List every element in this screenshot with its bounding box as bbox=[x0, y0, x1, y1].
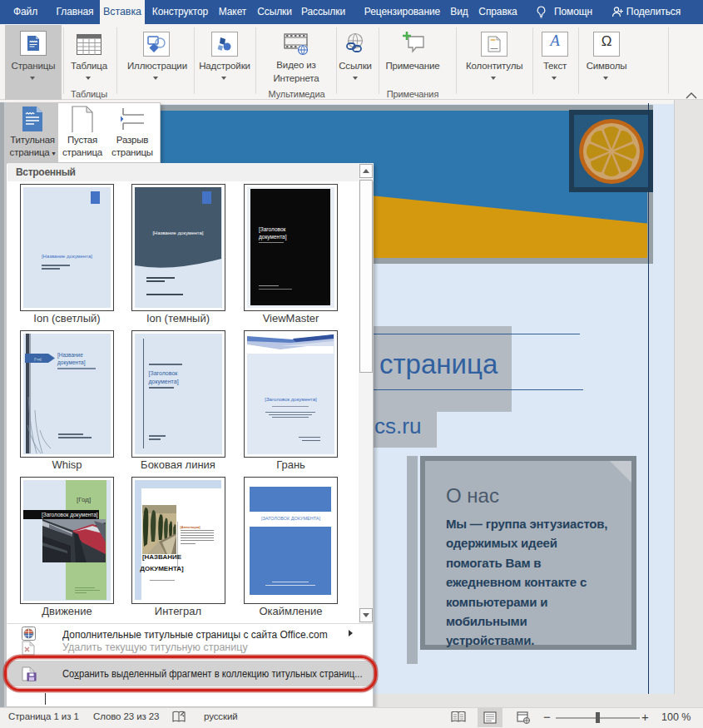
svg-text:[Год]: [Год] bbox=[34, 357, 42, 361]
